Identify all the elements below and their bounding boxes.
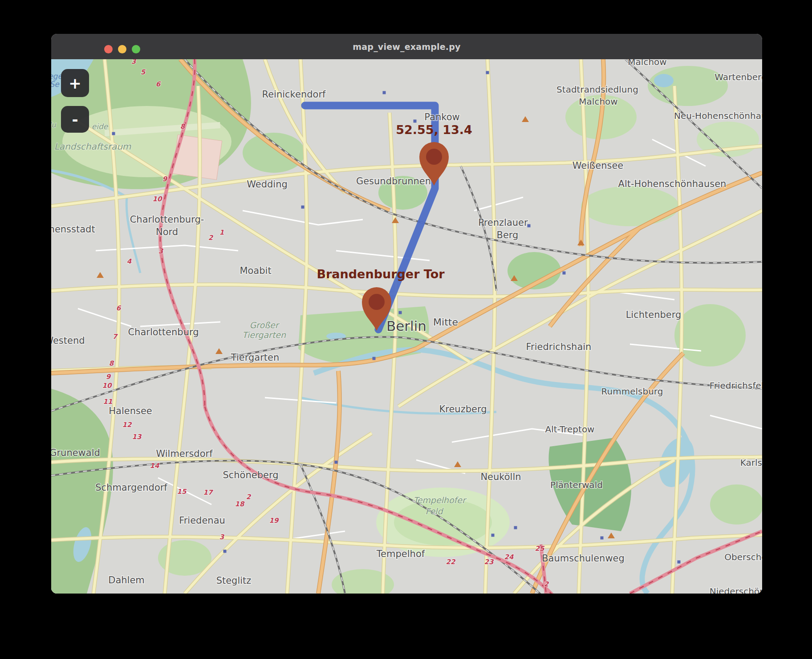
map-label: Dahlem <box>108 575 145 586</box>
map-label: Malchow <box>579 96 617 107</box>
station-icon <box>112 132 115 135</box>
route-number: 6 <box>156 80 161 88</box>
map-area[interactable]: + - <box>51 59 762 594</box>
station-icon <box>373 357 376 360</box>
marker-label: 52.55, 13.4 <box>396 123 472 137</box>
map-label: Neukölln <box>480 472 521 482</box>
route-number: 22 <box>446 558 456 566</box>
station-icon <box>301 206 304 209</box>
map-label: Lichtenberg <box>626 309 682 320</box>
route-number: 23 <box>484 558 494 566</box>
map-label: Tiergarten <box>231 352 280 363</box>
map-label: Friedrichshain <box>526 342 592 352</box>
map-label: Malchow <box>628 59 666 67</box>
station-icon <box>486 71 489 74</box>
route-number: 8 <box>180 122 186 130</box>
map-label: Plänterwald <box>550 480 603 490</box>
map-label: Moabit <box>240 265 271 276</box>
route-number: 11 <box>103 398 113 406</box>
route-number: 4 <box>127 257 132 265</box>
map-label: Schmargendorf <box>95 482 167 493</box>
map-label: Neu-Hohenschönhausen <box>674 110 762 121</box>
map-label: Gesundbrunnen <box>356 176 431 187</box>
route-number: 3 <box>158 247 164 255</box>
station-icon <box>491 534 495 537</box>
route-number: 10 <box>102 382 112 390</box>
maximize-button[interactable] <box>132 45 140 53</box>
map-label: Siemensstadt <box>51 224 95 235</box>
station-icon <box>514 526 517 529</box>
map-label: Tempelhofer <box>413 495 467 505</box>
map-label: Rummelsburg <box>601 386 663 397</box>
station-icon <box>563 272 566 275</box>
map-label: Se <box>51 80 60 89</box>
route-number: 8 <box>109 359 114 367</box>
route-number: 7 <box>113 333 118 341</box>
map-label: Wedding <box>247 179 288 190</box>
zoom-out-button[interactable]: - <box>61 106 89 133</box>
window-title: map_view_example.py <box>353 42 460 52</box>
route-number: 5 <box>141 68 146 76</box>
marker-label: Brandenburger Tor <box>317 267 445 281</box>
station-icon <box>414 120 417 123</box>
map-label: Schöneberg <box>223 470 278 480</box>
map-label: Reinickendorf <box>262 89 326 100</box>
map-label: Friedrichsfelde <box>710 380 762 391</box>
map-label: Charlottenburg- <box>130 214 204 225</box>
route-number: 25 <box>535 545 545 553</box>
route-number: 14 <box>150 462 159 470</box>
station-icon <box>601 537 604 540</box>
station-icon <box>678 561 681 564</box>
map-label: Westend <box>51 335 85 346</box>
map-label: Karlshorst <box>740 457 762 468</box>
route-number: 9 <box>106 373 111 381</box>
map-label: Alt-Treptow <box>545 424 595 435</box>
map-label: Steglitz <box>216 575 252 586</box>
route-number: 2 <box>246 493 252 501</box>
map-label: Großer <box>249 320 280 330</box>
map-label: Wilmersdorf <box>156 448 213 459</box>
map-canvas[interactable]: 3568910123467891011121314151718192322232… <box>51 59 762 594</box>
map-label: Tempelhof <box>376 549 425 559</box>
map-label: Mitte <box>433 317 458 328</box>
route-number: 2 <box>544 580 549 588</box>
route-number: 10 <box>153 195 162 203</box>
map-label: Niederschöneweide <box>710 586 762 594</box>
close-button[interactable] <box>104 45 113 53</box>
map-label: Oberschöneweide <box>724 552 762 562</box>
zoom-in-button[interactable]: + <box>61 69 89 97</box>
map-label: Weißensee <box>572 160 624 171</box>
route-number: 1 <box>219 228 224 236</box>
route-number: 13 <box>132 433 142 441</box>
map-label: Prenzlauer <box>478 217 528 228</box>
route-number: 3 <box>131 59 137 65</box>
map-label: Stadtrandsiedlung <box>556 84 638 95</box>
route-number: 3 <box>219 533 225 541</box>
map-label: Tiergarten <box>242 330 286 340</box>
route-number: 17 <box>203 488 213 496</box>
map-label: Grunewald <box>51 447 100 458</box>
title-bar[interactable]: map_view_example.py <box>51 34 762 60</box>
map-label: Feld <box>426 506 444 516</box>
map-label: Friedenau <box>179 515 225 526</box>
route-number: 2 <box>208 234 214 242</box>
route-number: 18 <box>235 500 245 508</box>
station-icon <box>335 461 338 464</box>
route-number: 6 <box>116 304 122 312</box>
map-label: Charlottenburg <box>128 327 199 338</box>
map-label: Halensee <box>109 406 152 416</box>
route-number: 24 <box>504 553 514 561</box>
map-label: Landschaftsraum <box>54 141 131 152</box>
route-number: 9 <box>162 175 168 183</box>
map-label: Baumschulenweg <box>542 553 625 564</box>
map-pin-inner <box>369 294 385 310</box>
map-label: Berg <box>497 230 519 240</box>
map-label: eide <box>92 122 109 131</box>
map-label: Wartenberg <box>715 72 762 82</box>
station-icon <box>223 550 227 553</box>
minimize-button[interactable] <box>118 45 126 53</box>
route-number: 15 <box>177 488 187 496</box>
route-number: 19 <box>269 517 279 525</box>
route-number: 12 <box>122 421 132 429</box>
map-label: Nord <box>156 227 178 237</box>
